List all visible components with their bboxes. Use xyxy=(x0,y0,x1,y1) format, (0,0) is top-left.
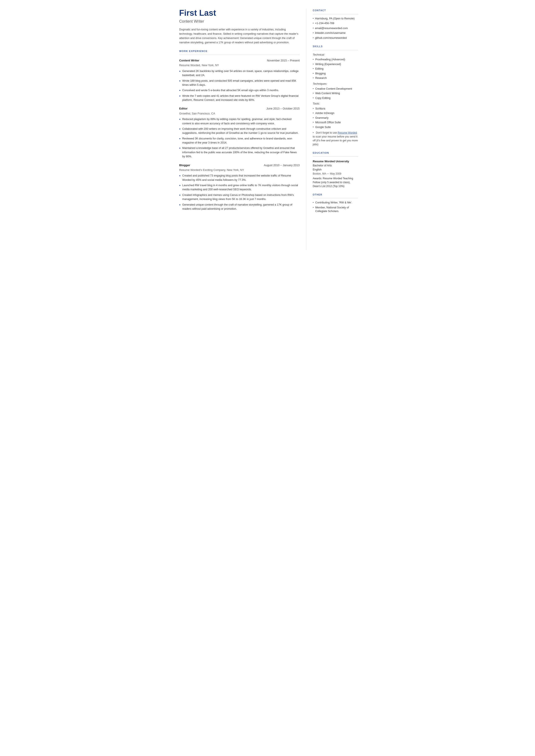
job-dates-2: June 2013 – October 2015 xyxy=(267,106,300,111)
skill-bullet-icon: • xyxy=(313,126,314,129)
skill-bullet-icon: • xyxy=(313,107,314,111)
other-label: OTHER xyxy=(313,193,358,197)
bullet-dot: • xyxy=(179,70,181,73)
job-company-1: Resume Worded, New York, NY xyxy=(179,63,300,68)
skill-bullet-icon: • xyxy=(313,131,314,134)
resume-page: First Last Content Writer Dogmatic and f… xyxy=(171,0,365,259)
resume-worded-link[interactable]: Resume Worded xyxy=(338,131,357,134)
bullet-1-2: •Wrote 189 blog posts, and conducted 505… xyxy=(179,79,300,87)
edu-degree: Bachelor of Arts xyxy=(313,164,358,168)
skills-techniques-list: •Creative Content Development •Web Conte… xyxy=(313,87,358,100)
skill-bullet-icon: • xyxy=(313,96,314,100)
job-title-3: Blogger xyxy=(179,163,190,167)
bullet-3-4: •Generated unique content through the cr… xyxy=(179,203,300,211)
contact-item-3: •linkedin.com/in/username xyxy=(313,31,358,35)
job-header-3: Blogger August 2010 – January 2013 xyxy=(179,163,300,167)
job-block-2: Editor June 2013 – October 2015 Growthsi… xyxy=(179,106,300,159)
bullet-dot: • xyxy=(179,79,181,83)
education-label: EDUCATION xyxy=(313,151,358,155)
skill-tech-t1: •Web Content Writing xyxy=(313,92,358,96)
skill-tech-0: •Proofreading (Advanced) xyxy=(313,58,358,62)
left-column: First Last Content Writer Dogmatic and f… xyxy=(171,9,306,250)
bullet-1-4: •Wrote the 7 web copies and 41 articles … xyxy=(179,94,300,102)
contact-section: CONTACT •Harrisburg, PA (Open to Remote)… xyxy=(313,9,358,40)
skill-bullet-icon: • xyxy=(313,92,314,96)
other-list: •Contributing Writer, 'RW & Me'. •Member… xyxy=(313,201,358,213)
bullet-2-3: •Reviewed 3K documents for clarity, conc… xyxy=(179,137,300,145)
skill-bullet-icon: • xyxy=(313,76,314,80)
work-experience-section: WORK EXPERIENCE Content Writer November … xyxy=(179,49,300,211)
summary-text: Dogmatic and fun-loving content writer w… xyxy=(179,27,300,44)
bullet-dot: • xyxy=(179,89,181,93)
edu-school: Resume Worded University xyxy=(313,159,358,164)
skill-tech-t2: •Copy Editing xyxy=(313,96,358,100)
skill-tech-1: •Writing (Experienced) xyxy=(313,63,358,66)
skill-tech-3: •Blogging xyxy=(313,72,358,76)
bullet-dot: • xyxy=(179,183,181,187)
edu-field: English xyxy=(313,168,358,172)
bullet-dot: • xyxy=(179,193,181,197)
other-divider xyxy=(313,198,358,198)
skills-label: SKILLS xyxy=(313,44,358,48)
job-company-2: Growthsi, San Francisco, CA xyxy=(179,111,300,116)
contact-list: •Harrisburg, PA (Open to Remote) •+1-234… xyxy=(313,17,358,40)
job-company-3: Resume Worded's Exciting Company, New Yo… xyxy=(179,168,300,172)
bullet-1-1: •Generated 2K backlinks by writing over … xyxy=(179,69,300,78)
skill-tech-t0: •Creative Content Development xyxy=(313,87,358,91)
skills-tools-label: Tools: xyxy=(313,102,358,106)
job-block-3: Blogger August 2010 – January 2013 Resum… xyxy=(179,163,300,211)
bullet-3-1: •Created and published 73 engaging blog … xyxy=(179,174,300,182)
education-section: EDUCATION Resume Worded University Bache… xyxy=(313,151,358,188)
job-bullets-3: •Created and published 73 engaging blog … xyxy=(179,174,300,211)
edu-location-date: Boston, MA — May 2009 xyxy=(313,172,358,176)
skills-technical-list: •Proofreading (Advanced) •Writing (Exper… xyxy=(313,58,358,80)
bullet-1-3: •Conceived and wrote 5 e-books that attr… xyxy=(179,88,300,93)
job-dates-3: August 2010 – January 2013 xyxy=(264,163,299,167)
bullet-dot: • xyxy=(179,174,181,178)
skill-tool-1: •Adobe InDesign xyxy=(313,111,358,115)
work-experience-label: WORK EXPERIENCE xyxy=(179,49,300,53)
right-column: CONTACT •Harrisburg, PA (Open to Remote)… xyxy=(306,9,365,250)
contact-item-1: •+1-234-456-789 xyxy=(313,21,358,25)
bullet-dot: • xyxy=(179,137,181,141)
skill-bullet-icon: • xyxy=(313,121,314,125)
skill-bullet-icon: • xyxy=(313,67,314,71)
edu-awards: Awards: Resume Worded Teaching Fellow (o… xyxy=(313,177,358,188)
contact-bullet-icon: • xyxy=(313,36,314,40)
other-bullet-icon: • xyxy=(313,201,314,205)
job-dates-1: November 2015 – Present xyxy=(267,58,300,63)
skill-bullet-icon: • xyxy=(313,87,314,91)
skill-tool-4: •Google Suite xyxy=(313,126,358,129)
education-divider xyxy=(313,156,358,157)
work-divider xyxy=(179,55,300,55)
skill-bullet-icon: • xyxy=(313,116,314,120)
bullet-2-2: •Collaborated with 200 writers on improv… xyxy=(179,127,300,135)
skills-section: SKILLS Technical: •Proofreading (Advance… xyxy=(313,44,358,146)
skill-bullet-icon: • xyxy=(313,58,314,62)
bullet-2-1: •Reduced plagiarism by 89% by editing co… xyxy=(179,117,300,126)
other-bullet-icon: • xyxy=(313,206,314,210)
bullet-dot: • xyxy=(179,127,181,131)
contact-item-0: •Harrisburg, PA (Open to Remote) xyxy=(313,17,358,21)
job-title-1: Content Writer xyxy=(179,58,200,63)
job-title: Content Writer xyxy=(179,18,300,24)
job-title-2: Editor xyxy=(179,106,188,111)
skill-tool-0: •Scrittura xyxy=(313,107,358,111)
skill-bullet-icon: • xyxy=(313,72,314,76)
bullet-dot: • xyxy=(179,203,181,207)
bullet-dot: • xyxy=(179,118,181,121)
skills-technical-label: Technical: xyxy=(313,53,358,57)
skill-tool-2: •Grammarly xyxy=(313,116,358,120)
job-bullets-1: •Generated 2K backlinks by writing over … xyxy=(179,69,300,102)
bullet-dot: • xyxy=(179,94,181,98)
full-name: First Last xyxy=(179,9,300,18)
bullet-2-4: •Maintained a knowledge base of all 27 p… xyxy=(179,146,300,159)
job-header-2: Editor June 2013 – October 2015 xyxy=(179,106,300,111)
skills-note: • Don't forget to use Resume Worded to s… xyxy=(313,131,358,146)
contact-bullet-icon: • xyxy=(313,17,314,21)
contact-item-4: •github.com/resumeworded xyxy=(313,36,358,40)
other-item-0: •Contributing Writer, 'RW & Me'. xyxy=(313,201,358,205)
skills-techniques-label: Techniques: xyxy=(313,82,358,86)
skill-tool-3: •Microsoft Office Suite xyxy=(313,121,358,125)
skill-bullet-icon: • xyxy=(313,111,314,115)
